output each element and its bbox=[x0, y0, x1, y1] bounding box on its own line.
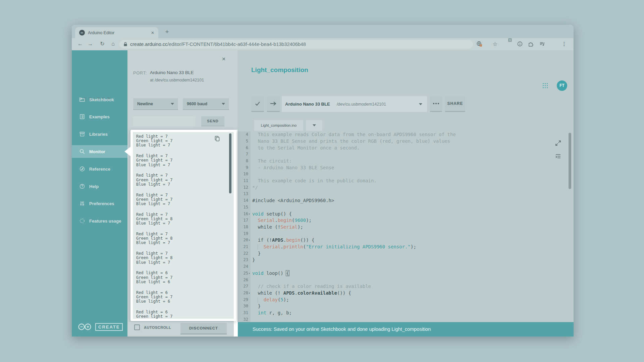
media-playlist-icon[interactable] bbox=[539, 41, 545, 48]
fold-caret-icon[interactable]: ▾ bbox=[249, 211, 250, 218]
code-line: 31 int r, g, b; bbox=[237, 310, 573, 316]
code-line: 25▾void loop() { bbox=[237, 270, 573, 277]
code-line: 12*/ bbox=[237, 184, 573, 191]
copy-icon[interactable] bbox=[214, 136, 220, 143]
examples-icon bbox=[79, 114, 85, 120]
user-avatar[interactable]: FT bbox=[557, 80, 567, 91]
fold-caret-icon[interactable]: ▾ bbox=[249, 290, 250, 297]
line-number: 5 bbox=[237, 138, 248, 145]
file-tab[interactable]: Light_composition.ino bbox=[254, 120, 303, 131]
more-options-button[interactable] bbox=[430, 96, 442, 112]
sidebar-item-libraries[interactable]: Libraries bbox=[72, 128, 127, 140]
home-icon[interactable]: ⌂ bbox=[109, 38, 117, 50]
baud-rate-dropdown[interactable]: 9600 baud bbox=[183, 98, 229, 110]
bookmark-star-icon[interactable]: ☆ bbox=[492, 41, 498, 48]
sidebar-item-monitor[interactable]: Monitor bbox=[72, 145, 127, 158]
line-number: 25 bbox=[237, 270, 248, 277]
code-text: to the Serial Monitor once a second. bbox=[252, 145, 360, 152]
serial-output-entry: Red light = 7 Green light = 7 Blue light… bbox=[136, 134, 227, 148]
fullscreen-expand-icon[interactable] bbox=[555, 140, 561, 148]
code-content[interactable]: 1▾/*2 APDS9960 - Color Sensor34 This exa… bbox=[237, 131, 574, 322]
code-line: 9 - Arduino Nano 33 BLE Sense bbox=[237, 165, 573, 171]
line-number: 9 bbox=[237, 165, 248, 171]
browser-menu-icon[interactable]: ⋮ bbox=[561, 41, 568, 48]
line-number: 24 bbox=[237, 263, 248, 270]
fold-caret-icon[interactable]: ▾ bbox=[249, 237, 250, 244]
verify-button[interactable] bbox=[251, 96, 264, 112]
autoscroll-checkbox[interactable] bbox=[134, 324, 140, 330]
code-text: } bbox=[252, 250, 261, 257]
translate-icon[interactable] bbox=[476, 41, 483, 48]
code-text: The circuit: bbox=[252, 158, 292, 165]
autoscroll-label: AUTOSCROLL bbox=[144, 325, 171, 329]
board-port-selector[interactable]: Arduino Nano 33 BLE /dev/cu.usbmodem1421… bbox=[282, 96, 427, 112]
send-button[interactable]: SEND bbox=[201, 116, 224, 126]
sidebar-item-examples[interactable]: Examples bbox=[72, 110, 127, 123]
serial-output-entry: Red light = 7 Green light = 8 Blue light… bbox=[136, 251, 227, 265]
address-bar[interactable]: create.arduino.cc/editor/FT-CONTENT/6b41… bbox=[119, 40, 473, 49]
code-line: 30 } bbox=[237, 303, 573, 310]
line-number: 7 bbox=[237, 151, 248, 158]
serial-output-scrollbar[interactable] bbox=[229, 133, 231, 193]
code-line: 15 bbox=[237, 204, 573, 211]
share-button[interactable]: SHARE bbox=[445, 96, 465, 112]
sidebar-item-features-usage[interactable]: Features usage bbox=[72, 215, 127, 227]
fold-caret-icon[interactable]: ▾ bbox=[249, 270, 250, 277]
info-icon[interactable] bbox=[517, 41, 523, 48]
forward-icon[interactable]: → bbox=[87, 38, 94, 50]
sidebar-item-sketchbook[interactable]: Sketchbook bbox=[72, 93, 127, 106]
code-line: 32 bbox=[237, 316, 573, 322]
serial-output[interactable]: Red light = 7 Green light = 7 Blue light… bbox=[133, 132, 227, 319]
code-line: 26 bbox=[237, 277, 573, 284]
apps-grid-icon[interactable] bbox=[543, 83, 548, 88]
format-lines-icon[interactable] bbox=[555, 153, 561, 161]
browser-tab-strip: ∞ Arduino Editor ✕ + bbox=[72, 25, 574, 38]
code-line: 16▾void setup() { bbox=[237, 211, 573, 218]
tab-close-icon[interactable]: ✕ bbox=[148, 31, 154, 35]
code-line: 20▾ if (!APDS.begin()) { bbox=[237, 237, 573, 244]
dashed-circle-icon bbox=[79, 218, 85, 224]
code-line: 22 } bbox=[237, 250, 573, 257]
arrow-right-icon bbox=[270, 101, 277, 106]
sidebar-item-help[interactable]: Help bbox=[72, 180, 127, 193]
disconnect-button[interactable]: DISCONNECT bbox=[180, 323, 227, 335]
sidebar-item-label: Help bbox=[89, 184, 99, 189]
code-text: while (! APDS.colorAvailable()) { bbox=[252, 290, 351, 297]
board-port: /dev/cu.usbmodem142101 bbox=[337, 102, 386, 107]
line-number: 32 bbox=[237, 316, 248, 322]
profile-avatar-icon[interactable]: 1 bbox=[507, 41, 514, 48]
highlight-arrow-left-icon bbox=[124, 147, 130, 156]
upload-button[interactable] bbox=[267, 96, 280, 112]
sidebar-item-label: Sketchbook bbox=[89, 97, 114, 102]
monitor-footer: AUTOSCROLL DISCONNECT bbox=[127, 322, 234, 337]
code-text: Serial.println("Error initializing APDS9… bbox=[252, 244, 416, 250]
editor-scrollbar[interactable] bbox=[569, 133, 571, 189]
line-number: 20 bbox=[237, 237, 248, 244]
back-icon[interactable]: ← bbox=[76, 38, 84, 50]
panel-close-icon[interactable]: ✕ bbox=[221, 56, 227, 62]
file-tab-menu[interactable] bbox=[306, 120, 322, 131]
code-line: 18 while (!Serial); bbox=[237, 224, 573, 231]
serial-send-input[interactable] bbox=[133, 116, 196, 126]
sidebar-item-label: Preferences bbox=[89, 201, 114, 206]
extensions-puzzle-icon[interactable] bbox=[527, 41, 534, 48]
line-number: 13 bbox=[237, 191, 248, 197]
code-text: } bbox=[252, 257, 255, 263]
code-text: Nano 33 BLE Sense and prints the color R… bbox=[252, 138, 450, 145]
browser-tab[interactable]: ∞ Arduino Editor ✕ bbox=[75, 27, 158, 38]
browser-toolbar: ← → ↻ ⌂ create.arduino.cc/editor/FT-CONT… bbox=[72, 38, 574, 50]
reload-icon[interactable]: ↻ bbox=[99, 38, 106, 50]
line-number: 4 bbox=[237, 131, 248, 138]
code-line: 28▾ while (! APDS.colorAvailable()) { bbox=[237, 290, 573, 297]
line-number: 27 bbox=[237, 283, 248, 290]
chevron-down-icon bbox=[222, 103, 225, 105]
port-board-name: Arduino Nano 33 BLE bbox=[150, 70, 194, 75]
new-tab-button[interactable]: + bbox=[163, 28, 171, 36]
line-number: 10 bbox=[237, 171, 248, 178]
line-number: 29 bbox=[237, 297, 248, 303]
sidebar-item-reference[interactable]: Reference bbox=[72, 163, 127, 175]
sidebar-item-preferences[interactable]: Preferences bbox=[72, 197, 127, 210]
code-line: 11 This example code is in the public do… bbox=[237, 178, 573, 184]
code-text: */ bbox=[252, 184, 258, 191]
line-ending-dropdown[interactable]: Newline bbox=[133, 98, 178, 110]
